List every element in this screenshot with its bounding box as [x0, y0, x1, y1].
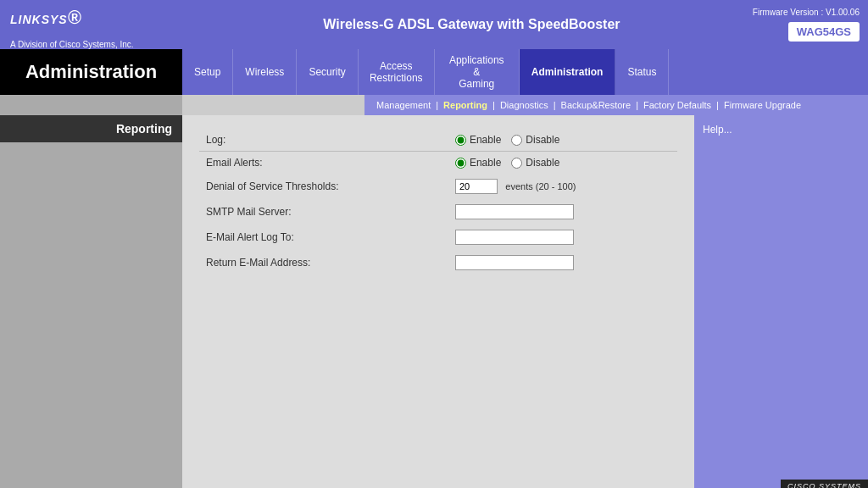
- email-row: Email Alerts: Enable Disable: [199, 152, 677, 175]
- logo-area: LINKSYS® A Division of Cisco Systems, In…: [0, 0, 182, 49]
- subnav-management[interactable]: Management: [371, 99, 436, 111]
- log-disable-option[interactable]: Disable: [511, 134, 559, 146]
- tab-setup[interactable]: Setup: [182, 49, 233, 95]
- log-enable-radio[interactable]: [455, 135, 466, 146]
- sub-nav: Management | Reporting | Diagnostics | B…: [364, 95, 868, 115]
- log-enable-label: Enable: [470, 134, 501, 146]
- tab-administration[interactable]: Administration: [520, 49, 616, 95]
- tab-apps[interactable]: Applications &Gaming: [435, 49, 520, 95]
- sidebar: Reporting: [0, 115, 182, 488]
- subnav-firmware[interactable]: Firmware Upgrade: [719, 99, 806, 111]
- subnav-reporting[interactable]: Reporting: [438, 99, 492, 111]
- header-right: Wireless-G ADSL Gateway with SpeedBooste…: [182, 0, 868, 49]
- log-row: Log: Enable Disable: [199, 129, 677, 152]
- email-addr-input[interactable]: [455, 230, 574, 245]
- firmware-version: Firmware Version : V1.00.06: [753, 8, 860, 17]
- subnav-factory[interactable]: Factory Defaults: [638, 99, 716, 111]
- logo-subtitle: A Division of Cisco Systems, Inc.: [10, 40, 172, 49]
- cisco-text: CISCO SYSTEMS: [787, 482, 861, 488]
- nav-row: Administration Setup Wireless Security A…: [0, 49, 868, 95]
- email-addr-label: E-Mail Alert Log To:: [199, 225, 448, 250]
- sidebar-title: Reporting: [0, 115, 182, 142]
- tab-wireless[interactable]: Wireless: [233, 49, 297, 95]
- smtp-label: SMTP Mail Server:: [199, 199, 448, 225]
- cisco-logo: CISCO SYSTEMS: [781, 480, 868, 488]
- content-area: Log: Enable Disable Email Al: [182, 115, 694, 488]
- dos-label: Denial of Service Thresholds:: [199, 174, 448, 199]
- model-badge: WAG54GS: [788, 22, 860, 42]
- smtp-row: SMTP Mail Server:: [199, 199, 677, 225]
- log-enable-option[interactable]: Enable: [455, 134, 501, 146]
- tab-access[interactable]: AccessRestrictions: [359, 49, 435, 95]
- log-label: Log:: [199, 129, 448, 152]
- return-email-input[interactable]: [455, 255, 574, 270]
- email-enable-option[interactable]: Enable: [455, 157, 501, 169]
- tab-security[interactable]: Security: [297, 49, 358, 95]
- dos-input[interactable]: [455, 179, 498, 194]
- subnav-backup[interactable]: Backup&Restore: [556, 99, 637, 111]
- help-area: Help... CISCO SYSTEMS: [694, 115, 868, 488]
- linksys-logo: LINKSYS®: [10, 7, 172, 38]
- smtp-input[interactable]: [455, 204, 574, 219]
- email-addr-row: E-Mail Alert Log To:: [199, 225, 677, 250]
- dos-suffix: events (20 - 100): [505, 181, 576, 191]
- logo-text: LINKSYS: [10, 13, 68, 26]
- log-radio-group: Enable Disable: [455, 134, 670, 146]
- email-disable-radio[interactable]: [511, 158, 522, 169]
- return-label: Return E-Mail Address:: [199, 250, 448, 275]
- help-text: Help...: [703, 124, 732, 136]
- email-disable-option[interactable]: Disable: [511, 157, 559, 169]
- tab-status[interactable]: Status: [615, 49, 669, 95]
- subnav-diagnostics[interactable]: Diagnostics: [495, 99, 554, 111]
- email-radio-group: Enable Disable: [455, 157, 670, 169]
- product-name-text: Wireless-G ADSL Gateway with SpeedBooste…: [323, 17, 620, 31]
- form-table: Log: Enable Disable Email Al: [199, 129, 677, 275]
- email-disable-label: Disable: [526, 157, 559, 169]
- main-content: Reporting Log: Enable Disable: [0, 115, 868, 488]
- page-title: Administration: [0, 49, 182, 95]
- logo-mark: ®: [68, 7, 82, 28]
- log-disable-label: Disable: [526, 134, 559, 146]
- log-disable-radio[interactable]: [511, 135, 522, 146]
- email-label: Email Alerts:: [199, 152, 448, 175]
- dos-row: Denial of Service Thresholds: events (20…: [199, 174, 677, 199]
- email-enable-label: Enable: [470, 157, 501, 169]
- return-email-row: Return E-Mail Address:: [199, 250, 677, 275]
- email-enable-radio[interactable]: [455, 158, 466, 169]
- nav-tabs: Setup Wireless Security AccessRestrictio…: [182, 49, 868, 95]
- header: LINKSYS® A Division of Cisco Systems, In…: [0, 0, 868, 49]
